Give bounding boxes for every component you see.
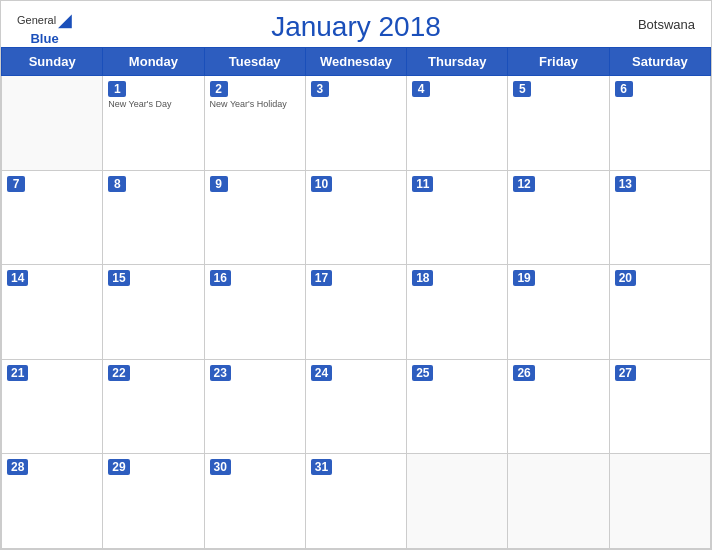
- day-number: 3: [311, 81, 329, 97]
- week-row-4: 21222324252627: [2, 359, 711, 454]
- day-cell: 30: [204, 454, 305, 549]
- day-number: 1: [108, 81, 126, 97]
- day-number: 5: [513, 81, 531, 97]
- day-cell: [609, 454, 710, 549]
- day-cell: 11: [407, 170, 508, 265]
- day-cell: [508, 454, 609, 549]
- day-cell: [2, 76, 103, 171]
- week-row-2: 78910111213: [2, 170, 711, 265]
- day-cell: 29: [103, 454, 204, 549]
- week-row-3: 14151617181920: [2, 265, 711, 360]
- day-cell: 2New Year's Holiday: [204, 76, 305, 171]
- day-cell: 1New Year's Day: [103, 76, 204, 171]
- day-cell: 15: [103, 265, 204, 360]
- day-cell: 4: [407, 76, 508, 171]
- header-wednesday: Wednesday: [305, 48, 406, 76]
- day-number: 17: [311, 270, 332, 286]
- day-number: 31: [311, 459, 332, 475]
- day-cell: 22: [103, 359, 204, 454]
- logo-bird-icon: ◢: [58, 9, 72, 31]
- day-number: 27: [615, 365, 636, 381]
- day-cell: 19: [508, 265, 609, 360]
- day-cell: 8: [103, 170, 204, 265]
- day-cell: 31: [305, 454, 406, 549]
- day-cell: 17: [305, 265, 406, 360]
- header-sunday: Sunday: [2, 48, 103, 76]
- day-number: 19: [513, 270, 534, 286]
- day-number: 8: [108, 176, 126, 192]
- day-number: 6: [615, 81, 633, 97]
- day-cell: 7: [2, 170, 103, 265]
- day-number: 16: [210, 270, 231, 286]
- day-number: 11: [412, 176, 433, 192]
- day-cell: 25: [407, 359, 508, 454]
- header-thursday: Thursday: [407, 48, 508, 76]
- day-cell: 9: [204, 170, 305, 265]
- day-number: 24: [311, 365, 332, 381]
- day-number: 30: [210, 459, 231, 475]
- day-cell: 14: [2, 265, 103, 360]
- day-number: 20: [615, 270, 636, 286]
- week-row-5: 28293031: [2, 454, 711, 549]
- country-label: Botswana: [638, 17, 695, 32]
- day-cell: 18: [407, 265, 508, 360]
- calendar-container: General ◢ Blue January 2018 Botswana Sun…: [0, 0, 712, 550]
- day-number: 15: [108, 270, 129, 286]
- weekday-header-row: Sunday Monday Tuesday Wednesday Thursday…: [2, 48, 711, 76]
- day-cell: 26: [508, 359, 609, 454]
- day-number: 26: [513, 365, 534, 381]
- day-cell: 27: [609, 359, 710, 454]
- day-number: 13: [615, 176, 636, 192]
- day-cell: 20: [609, 265, 710, 360]
- holiday-label: New Year's Holiday: [210, 99, 300, 110]
- day-number: 14: [7, 270, 28, 286]
- calendar-header: General ◢ Blue January 2018 Botswana: [1, 1, 711, 47]
- holiday-label: New Year's Day: [108, 99, 198, 110]
- day-cell: 5: [508, 76, 609, 171]
- day-cell: [407, 454, 508, 549]
- day-cell: 10: [305, 170, 406, 265]
- header-monday: Monday: [103, 48, 204, 76]
- header-saturday: Saturday: [609, 48, 710, 76]
- day-number: 7: [7, 176, 25, 192]
- day-cell: 12: [508, 170, 609, 265]
- day-cell: 21: [2, 359, 103, 454]
- day-cell: 3: [305, 76, 406, 171]
- day-cell: 13: [609, 170, 710, 265]
- day-number: 18: [412, 270, 433, 286]
- day-number: 2: [210, 81, 228, 97]
- day-number: 25: [412, 365, 433, 381]
- logo-blue-text: Blue: [30, 31, 58, 46]
- day-cell: 16: [204, 265, 305, 360]
- day-cell: 24: [305, 359, 406, 454]
- day-number: 29: [108, 459, 129, 475]
- calendar-table: Sunday Monday Tuesday Wednesday Thursday…: [1, 47, 711, 549]
- month-title: January 2018: [271, 11, 441, 43]
- logo-area: General ◢ Blue: [17, 9, 72, 46]
- header-friday: Friday: [508, 48, 609, 76]
- logo-general-text: General: [17, 14, 56, 26]
- week-row-1: 1New Year's Day2New Year's Holiday3456: [2, 76, 711, 171]
- day-number: 23: [210, 365, 231, 381]
- day-number: 28: [7, 459, 28, 475]
- day-cell: 28: [2, 454, 103, 549]
- day-number: 9: [210, 176, 228, 192]
- day-number: 22: [108, 365, 129, 381]
- header-tuesday: Tuesday: [204, 48, 305, 76]
- day-number: 4: [412, 81, 430, 97]
- day-cell: 6: [609, 76, 710, 171]
- day-number: 10: [311, 176, 332, 192]
- day-number: 21: [7, 365, 28, 381]
- day-number: 12: [513, 176, 534, 192]
- day-cell: 23: [204, 359, 305, 454]
